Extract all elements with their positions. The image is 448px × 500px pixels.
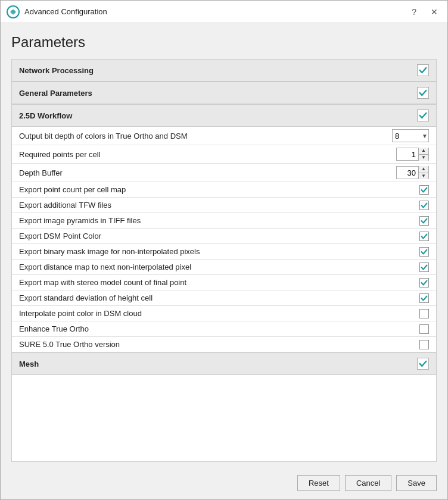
- param-value-export-stereo-model: [419, 278, 429, 288]
- scroll-area[interactable]: Network Processing General Parameters 2.…: [12, 60, 436, 461]
- title-bar: Advanced Configuration ? ✕: [1, 1, 447, 23]
- checkbox-export-point-count[interactable]: [419, 185, 429, 195]
- spinbox-down-depth-buffer[interactable]: ▼: [419, 173, 428, 180]
- param-label-output-bit-depth: Output bit depth of colors in True Ortho…: [19, 132, 392, 140]
- param-label-export-point-count: Export point count per cell map: [19, 185, 419, 194]
- param-value-depth-buffer: ▲ ▼: [396, 166, 429, 179]
- section-check-network-processing: [417, 64, 429, 76]
- checkbox-export-std-dev[interactable]: [419, 293, 429, 303]
- checkbox-export-binary-mask[interactable]: [419, 247, 429, 257]
- help-button[interactable]: ?: [408, 7, 420, 17]
- param-label-sure-5-true-ortho: SURE 5.0 True Ortho version: [19, 340, 419, 349]
- checkbox-enhance-true-ortho[interactable]: [419, 324, 429, 334]
- param-value-export-pyramids: [419, 216, 429, 226]
- param-label-depth-buffer: Depth Buffer: [19, 168, 396, 177]
- spinbox-up-required-points[interactable]: ▲: [419, 148, 428, 154]
- checkbox-export-distance-map[interactable]: [419, 262, 429, 272]
- spinbox-input-depth-buffer[interactable]: [397, 167, 418, 179]
- spinbox-input-required-points[interactable]: [397, 148, 418, 160]
- param-value-export-dsm-color: [419, 232, 429, 241]
- spinbox-btns-required-points: ▲ ▼: [418, 148, 428, 161]
- param-row-export-distance-map: Export distance map to next non-interpol…: [12, 260, 436, 275]
- param-value-export-tfw: [419, 201, 429, 210]
- section-header-workflow-2d5[interactable]: 2.5D Workflow: [12, 104, 436, 127]
- param-value-export-point-count: [419, 185, 429, 195]
- spinbox-btns-depth-buffer: ▲ ▼: [418, 166, 428, 179]
- close-button[interactable]: ✕: [427, 7, 441, 17]
- param-row-sure-5-true-ortho: SURE 5.0 True Ortho version: [12, 337, 436, 352]
- window-title: Advanced Configuration: [24, 7, 403, 16]
- param-value-export-distance-map: [419, 262, 429, 272]
- checkbox-interpolate-point-color[interactable]: [419, 309, 429, 318]
- checkbox-export-pyramids[interactable]: [419, 216, 429, 226]
- param-value-required-points: ▲ ▼: [396, 148, 429, 161]
- param-value-sure-5-true-ortho: [419, 340, 429, 349]
- param-row-output-bit-depth: Output bit depth of colors in True Ortho…: [12, 127, 436, 145]
- spinbox-down-required-points[interactable]: ▼: [419, 154, 428, 161]
- section-label-general-parameters: General Parameters: [19, 89, 92, 98]
- param-value-export-binary-mask: [419, 247, 429, 257]
- param-row-export-binary-mask: Export binary mask image for non-interpo…: [12, 244, 436, 260]
- section-header-mesh[interactable]: Mesh: [12, 352, 436, 375]
- select-wrapper-output-bit-depth: 81632 ▼: [392, 129, 429, 142]
- section-check-mesh: [417, 358, 429, 370]
- param-value-output-bit-depth: 81632 ▼: [392, 129, 429, 142]
- param-row-enhance-true-ortho: Enhance True Ortho: [12, 321, 436, 337]
- checkbox-sure-5-true-ortho[interactable]: [419, 340, 429, 349]
- param-label-export-tfw: Export additional TFW files: [19, 201, 419, 210]
- content-area: Parameters Network Processing General Pa…: [1, 23, 447, 468]
- main-window: Advanced Configuration ? ✕ Parameters Ne…: [0, 0, 448, 500]
- param-row-export-tfw: Export additional TFW files: [12, 198, 436, 213]
- footer: Reset Cancel Save: [1, 468, 447, 499]
- checkbox-export-dsm-color[interactable]: [419, 232, 429, 241]
- param-label-export-pyramids: Export image pyramids in TIFF files: [19, 216, 419, 225]
- save-button[interactable]: Save: [396, 475, 437, 491]
- param-row-depth-buffer: Depth Buffer ▲ ▼: [12, 164, 436, 182]
- reset-button[interactable]: Reset: [297, 475, 340, 491]
- param-row-export-dsm-color: Export DSM Point Color: [12, 229, 436, 244]
- param-value-export-std-dev: [419, 293, 429, 303]
- cancel-button[interactable]: Cancel: [345, 475, 391, 491]
- section-header-general-parameters[interactable]: General Parameters: [12, 82, 436, 104]
- checkbox-export-stereo-model[interactable]: [419, 278, 429, 288]
- param-label-export-dsm-color: Export DSM Point Color: [19, 232, 419, 240]
- page-title: Parameters: [11, 34, 437, 51]
- param-label-export-binary-mask: Export binary mask image for non-interpo…: [19, 247, 419, 256]
- checkbox-export-tfw[interactable]: [419, 201, 429, 210]
- param-label-enhance-true-ortho: Enhance True Ortho: [19, 324, 419, 333]
- app-logo: [7, 5, 20, 18]
- spinbox-required-points: ▲ ▼: [396, 148, 429, 161]
- param-label-export-distance-map: Export distance map to next non-interpol…: [19, 262, 419, 271]
- param-label-interpolate-point-color: Interpolate point color in DSM cloud: [19, 309, 419, 318]
- param-row-export-pyramids: Export image pyramids in TIFF files: [12, 213, 436, 229]
- param-label-export-stereo-model: Export map with stereo model count of fi…: [19, 278, 419, 287]
- section-label-mesh: Mesh: [19, 360, 39, 368]
- spinbox-depth-buffer: ▲ ▼: [396, 166, 429, 179]
- param-row-required-points: Required points per cell ▲ ▼: [12, 145, 436, 164]
- param-label-required-points: Required points per cell: [19, 150, 396, 159]
- section-label-network-processing: Network Processing: [19, 66, 94, 75]
- section-check-workflow-2d5: [417, 110, 429, 121]
- section-check-general-parameters: [417, 87, 429, 99]
- param-row-export-stereo-model: Export map with stereo model count of fi…: [12, 275, 436, 290]
- section-header-network-processing[interactable]: Network Processing: [12, 60, 436, 82]
- param-row-export-std-dev: Export standard deviation of height cell: [12, 290, 436, 306]
- spinbox-up-depth-buffer[interactable]: ▲: [419, 166, 428, 173]
- title-bar-actions: ? ✕: [408, 7, 441, 17]
- scroll-container: Network Processing General Parameters 2.…: [11, 59, 437, 462]
- param-row-interpolate-point-color: Interpolate point color in DSM cloud: [12, 306, 436, 321]
- param-row-export-point-count: Export point count per cell map: [12, 182, 436, 198]
- param-label-export-std-dev: Export standard deviation of height cell: [19, 293, 419, 302]
- select-output-bit-depth[interactable]: 81632: [392, 129, 429, 142]
- param-value-enhance-true-ortho: [419, 324, 429, 334]
- param-value-interpolate-point-color: [419, 309, 429, 318]
- section-label-workflow-2d5: 2.5D Workflow: [19, 111, 72, 120]
